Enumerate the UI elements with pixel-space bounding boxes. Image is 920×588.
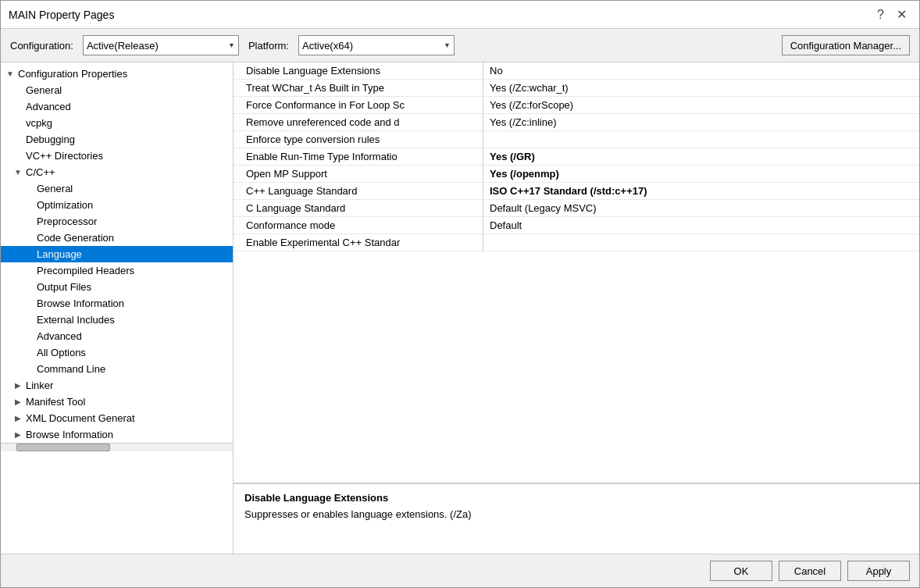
desc-title: Disable Language Extensions	[244, 492, 908, 504]
sidebar-item-general[interactable]: General	[1, 82, 233, 98]
properties-grid: Disable Language ExtensionsNoTreat WChar…	[234, 62, 919, 483]
title-bar-buttons: ? ✕	[872, 7, 911, 23]
sidebar-item-external-includes[interactable]: External Includes	[1, 312, 233, 328]
prop-value: ISO C++17 Standard (/std:c++17)	[483, 183, 654, 199]
sidebar-item-cpp[interactable]: ▼C/C++	[1, 164, 233, 180]
sidebar-item-advanced[interactable]: Advanced	[1, 98, 233, 115]
tree-label-debugging: Debugging	[24, 133, 77, 146]
table-row[interactable]: C++ Language StandardISO C++17 Standard …	[234, 183, 919, 200]
tree-label-cpp-general: General	[35, 182, 74, 195]
desc-text: Suppresses or enables language extension…	[244, 508, 908, 520]
prop-value	[483, 137, 496, 142]
sidebar-item-manifest-tool[interactable]: ▶Manifest Tool	[1, 394, 233, 410]
table-row[interactable]: Enable Run-Time Type InformatioYes (/GR)	[234, 148, 919, 166]
sidebar-item-linker[interactable]: ▶Linker	[1, 377, 233, 394]
table-row[interactable]: Conformance modeDefault	[234, 217, 919, 234]
sidebar-item-config-props[interactable]: ▼Configuration Properties	[1, 66, 233, 82]
prop-name: Open MP Support	[234, 166, 483, 182]
table-row[interactable]: Remove unreferenced code and dYes (/Zc:i…	[234, 114, 919, 131]
main-dialog: MAIN Property Pages ? ✕ Configuration: A…	[0, 0, 920, 588]
tree-label-browse-info: Browse Information	[35, 297, 126, 310]
tree-label-config-props: Configuration Properties	[16, 67, 129, 80]
prop-value: Yes (/Zc:wchar_t)	[483, 80, 575, 96]
prop-value: Yes (/Zc:inline)	[483, 114, 563, 130]
prop-name: Conformance mode	[234, 217, 483, 233]
table-row[interactable]: Enforce type conversion rules	[234, 131, 919, 148]
tree-label-browse-info-root: Browse Information	[24, 428, 115, 441]
description-panel: Disable Language Extensions Suppresses o…	[234, 483, 919, 554]
sidebar-item-vcpkg[interactable]: vcpkg	[1, 115, 233, 131]
sidebar-item-output-files[interactable]: Output Files	[1, 279, 233, 295]
ok-button[interactable]: OK	[710, 561, 772, 581]
tree-arrow-browse-info-root: ▶	[12, 430, 24, 439]
sidebar-item-command-line[interactable]: Command Line	[1, 361, 233, 377]
sidebar-item-debugging[interactable]: Debugging	[1, 131, 233, 148]
tree-label-cpp-advanced: Advanced	[35, 330, 84, 343]
sidebar-item-all-options[interactable]: All Options	[1, 344, 233, 361]
table-row[interactable]: Force Conformance in For Loop ScYes (/Zc…	[234, 97, 919, 114]
table-row[interactable]: Treat WChar_t As Built in TypeYes (/Zc:w…	[234, 80, 919, 97]
tree-label-manifest-tool: Manifest Tool	[24, 395, 87, 408]
tree-container: ▼Configuration PropertiesGeneralAdvanced…	[1, 66, 233, 443]
config-label: Configuration:	[10, 40, 73, 52]
tree-label-cpp: C/C++	[24, 166, 57, 179]
sidebar-item-precompiled[interactable]: Precompiled Headers	[1, 262, 233, 279]
tree-label-precompiled: Precompiled Headers	[35, 264, 136, 277]
prop-name: Force Conformance in For Loop Sc	[234, 97, 483, 113]
tree-label-xml-doc-gen: XML Document Generat	[24, 412, 137, 425]
tree-label-all-options: All Options	[35, 346, 87, 359]
sidebar-item-optimization[interactable]: Optimization	[1, 197, 233, 213]
platform-select[interactable]: Active(x64)x64x86	[298, 35, 455, 55]
tree-label-general: General	[24, 84, 63, 97]
table-row[interactable]: Enable Experimental C++ Standar	[234, 234, 919, 251]
prop-name: Remove unreferenced code and d	[234, 114, 483, 130]
sidebar-item-browse-info-root[interactable]: ▶Browse Information	[1, 426, 233, 443]
tree-label-code-gen: Code Generation	[35, 231, 116, 244]
toolbar: Configuration: Active(Release)ReleaseDeb…	[1, 29, 919, 62]
sidebar-item-language[interactable]: Language	[1, 246, 233, 262]
tree-label-command-line: Command Line	[35, 362, 107, 376]
tree-label-output-files: Output Files	[35, 280, 93, 294]
tree-label-preprocessor: Preprocessor	[35, 215, 98, 228]
sidebar-item-browse-info[interactable]: Browse Information	[1, 295, 233, 312]
table-row[interactable]: Open MP SupportYes (/openmp)	[234, 166, 919, 183]
cancel-button[interactable]: Cancel	[779, 561, 841, 581]
platform-select-wrapper: Active(x64)x64x86	[298, 35, 455, 55]
table-row[interactable]: C Language StandardDefault (Legacy MSVC)	[234, 200, 919, 217]
tree-arrow-xml-doc-gen: ▶	[12, 414, 24, 422]
tree-label-vc-dirs: VC++ Directories	[24, 149, 105, 162]
help-button[interactable]: ?	[872, 7, 889, 23]
scrollbar-thumb[interactable]	[16, 444, 110, 451]
prop-value: Yes (/GR)	[483, 148, 541, 165]
prop-value: Yes (/Zc:forScope)	[483, 97, 579, 113]
tree-label-optimization: Optimization	[35, 198, 94, 212]
sidebar-item-cpp-general[interactable]: General	[1, 180, 233, 197]
sidebar-item-xml-doc-gen[interactable]: ▶XML Document Generat	[1, 410, 233, 426]
prop-value: No	[483, 62, 509, 79]
main-content: ▼Configuration PropertiesGeneralAdvanced…	[1, 62, 919, 554]
prop-name: C Language Standard	[234, 200, 483, 216]
table-row[interactable]: Disable Language ExtensionsNo	[234, 62, 919, 80]
right-panel: Disable Language ExtensionsNoTreat WChar…	[234, 62, 919, 554]
dialog-title: MAIN Property Pages	[9, 9, 114, 21]
sidebar-scrollbar[interactable]	[1, 443, 233, 451]
sidebar-item-vc-dirs[interactable]: VC++ Directories	[1, 148, 233, 164]
tree-label-linker: Linker	[24, 379, 55, 392]
title-bar: MAIN Property Pages ? ✕	[1, 1, 919, 29]
tree-arrow-linker: ▶	[12, 381, 24, 390]
prop-name: Enable Experimental C++ Standar	[234, 234, 483, 251]
bottom-bar: OKCancelApply	[1, 554, 919, 587]
config-select[interactable]: Active(Release)ReleaseDebug	[83, 35, 239, 55]
tree-label-external-includes: External Includes	[35, 313, 116, 326]
config-manager-button[interactable]: Configuration Manager...	[782, 35, 910, 55]
sidebar-item-cpp-advanced[interactable]: Advanced	[1, 328, 233, 344]
sidebar-item-preprocessor[interactable]: Preprocessor	[1, 213, 233, 230]
close-button[interactable]: ✕	[892, 7, 911, 23]
scrollbar-track[interactable]	[1, 444, 233, 451]
platform-label: Platform:	[248, 40, 289, 52]
apply-button[interactable]: Apply	[847, 561, 910, 581]
tree-label-advanced: Advanced	[24, 100, 73, 113]
tree-arrow-config-props: ▼	[4, 69, 16, 78]
sidebar-item-code-gen[interactable]: Code Generation	[1, 230, 233, 246]
prop-name: Treat WChar_t As Built in Type	[234, 80, 483, 96]
